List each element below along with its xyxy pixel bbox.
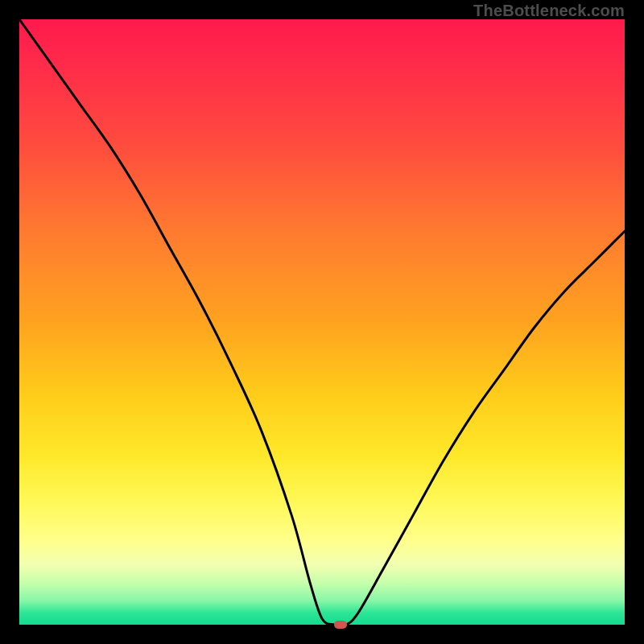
chart-frame: TheBottleneck.com (0, 0, 644, 644)
watermark-text: TheBottleneck.com (473, 2, 625, 20)
bottleneck-curve-path (19, 19, 625, 625)
curve-svg (19, 19, 625, 625)
minimum-marker (334, 621, 347, 629)
plot-area (19, 19, 625, 625)
